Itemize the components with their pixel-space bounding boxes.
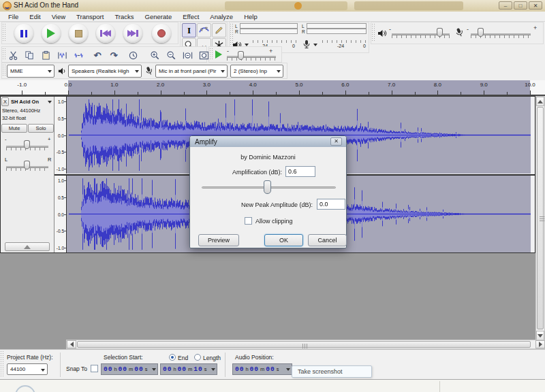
ruler-tick [415,92,416,95]
scroll-left-button[interactable] [67,340,76,348]
paste-button[interactable] [37,48,54,63]
menu-effect[interactable]: Effect [177,12,204,21]
scroll-up-button[interactable] [536,97,544,106]
play-at-speed-icon[interactable] [215,50,222,59]
vertical-scale-right-channel[interactable]: 1.00.50.0-0.5-1.0 [54,176,67,252]
silence-button[interactable] [70,48,87,63]
audio-position-field[interactable]: 00h00m00s [232,363,292,375]
end-radio[interactable] [169,354,176,361]
zoom-out-button[interactable] [163,48,179,63]
input-meter-right-bar[interactable] [307,29,367,34]
scroll-down-button[interactable] [536,331,544,340]
new-peak-input[interactable]: 0.0 [317,199,345,210]
gain-slider-thumb[interactable] [24,140,30,149]
skip-to-end-button[interactable] [123,24,142,43]
mute-button[interactable]: Mute [1,124,27,133]
copy-button[interactable] [21,48,37,63]
dropdown-icon [286,368,290,371]
trim-button[interactable] [54,48,70,63]
solo-button[interactable]: Solo [28,124,54,133]
audacity-logo-icon [3,1,12,10]
project-rate-select[interactable]: 44100 [7,363,48,375]
minimize-icon[interactable]: – [499,1,512,10]
thumb-grip [302,344,308,348]
menu-analyze[interactable]: Analyze [204,12,238,21]
vertical-scrollbar[interactable] [535,96,545,340]
dropdown-icon [152,368,156,371]
vertical-scale-left-channel[interactable]: 1.00.50.0-0.5-1.0 [54,97,67,174]
microphone-icon[interactable] [302,39,311,49]
ok-button[interactable]: OK [264,234,303,246]
output-device-select[interactable]: Speakers (Realtek High [68,65,142,78]
time-unit: h [245,366,248,372]
track-collapse-button[interactable] [5,242,50,251]
toolbar-grip[interactable] [3,65,6,77]
track-title[interactable]: SH Acid On [11,99,39,105]
snap-to-checkbox[interactable] [91,365,98,372]
menu-transport[interactable]: Transport [71,12,109,21]
pan-slider-thumb[interactable] [24,161,30,169]
toolbar-grip[interactable] [210,48,213,61]
pause-button[interactable] [14,24,33,43]
track-menu-dropdown-icon[interactable] [48,101,52,103]
amplification-slider-thumb[interactable] [264,180,271,194]
toolbar-grip[interactable] [3,24,6,42]
input-meter-left-bar[interactable] [307,23,367,29]
scroll-right-button[interactable] [535,340,545,348]
selection-tool-button[interactable]: I [182,23,196,37]
redo-button[interactable]: ↷ [106,48,122,63]
status-bar-seam [439,381,440,392]
selection-start-field[interactable]: 00h00m00s [101,363,158,375]
input-channels-select[interactable]: 2 (Stereo) Inp [230,65,283,78]
close-icon[interactable]: ✕ [529,1,542,10]
allow-clipping-checkbox[interactable] [245,217,252,225]
length-radio[interactable] [194,354,201,361]
output-volume-thumb[interactable] [437,28,443,37]
menu-generate[interactable]: Generate [140,12,178,21]
toolbar-grip[interactable] [1,351,4,378]
input-meter-dropdown-icon[interactable] [313,44,317,46]
toolbar-grip[interactable] [372,24,375,42]
horizontal-scroll-thumb[interactable] [77,341,531,348]
cancel-button[interactable]: Cancel [308,234,347,246]
amplification-input[interactable]: 0.6 [285,166,315,177]
dialog-close-icon[interactable]: ✕ [330,137,342,146]
selection-end-field[interactable]: 00h00m10s [160,363,217,375]
cut-button[interactable] [5,48,21,63]
ruler-tick [230,92,230,95]
record-button[interactable] [152,24,171,43]
menu-tracks[interactable]: Tracks [109,12,139,21]
input-device-select[interactable]: Mic in at front panel (Pir [155,65,228,78]
timeline-ruler[interactable]: -1.00.01.02.03.04.05.06.07.08.09.010.0 [0,80,545,96]
scale-label: -0.5 [57,150,64,154]
audio-host-select[interactable]: MME [7,65,54,78]
vertical-scroll-thumb[interactable] [537,107,544,329]
draw-tool-button[interactable] [212,23,226,37]
maximize-icon[interactable]: □ [514,1,527,10]
menu-edit[interactable]: Edit [24,12,46,21]
menu-bar: FileEditViewTransportTracksGenerateEffec… [0,12,545,22]
menu-view[interactable]: View [46,12,71,21]
preview-button[interactable]: Preview [198,234,239,246]
skip-to-start-button[interactable] [96,24,115,43]
zoom-in-button[interactable] [146,48,163,63]
envelope-tool-button[interactable] [197,23,211,37]
undo-button[interactable]: ↶ [89,48,106,63]
output-meter-left-bar[interactable] [240,23,298,29]
track-close-button[interactable]: X [1,97,9,106]
dialog-title-bar[interactable]: Amplify ✕ [190,136,346,147]
stop-button[interactable] [69,24,88,43]
dropdown-icon [41,369,45,372]
output-meter-right-bar[interactable] [240,29,298,34]
menu-file[interactable]: File [3,12,24,21]
time-digits: 10 [193,365,202,373]
play-speed-thumb[interactable] [238,51,244,60]
scale-label: -1.0 [57,246,64,250]
fit-selection-button[interactable] [179,48,196,63]
horizontal-scrollbar[interactable] [66,340,545,349]
sync-lock-button[interactable] [125,48,141,63]
scale-label: 0.0 [58,133,64,137]
input-volume-thumb[interactable] [478,28,484,37]
menu-help[interactable]: Help [238,12,263,21]
play-button[interactable] [42,24,61,43]
